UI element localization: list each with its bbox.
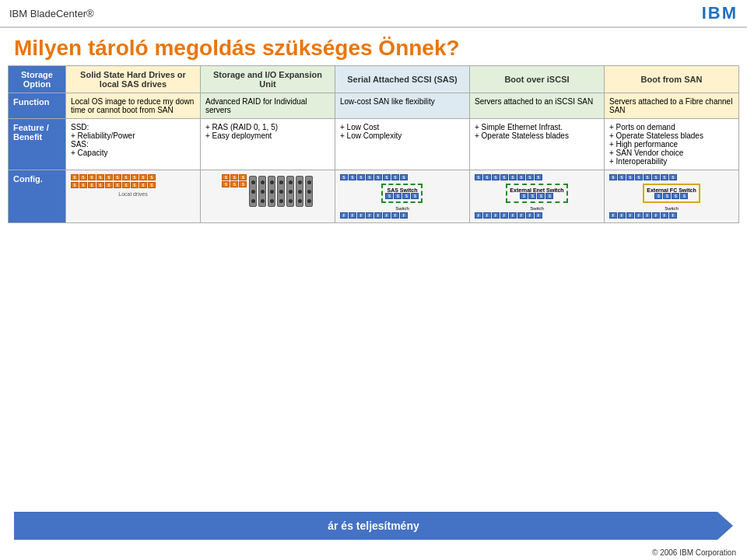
blade-s: S <box>139 174 147 180</box>
blade-f: F <box>400 212 408 219</box>
feature-serial: + Low Cost + Low Complexity <box>335 119 469 170</box>
blade-s: S <box>131 182 139 188</box>
blade-f: F <box>383 212 391 219</box>
blade-f: F <box>391 212 399 219</box>
blade-f: F <box>609 212 617 219</box>
blade-s: S <box>517 174 525 180</box>
config-ssd-label: Local drives <box>118 191 147 197</box>
footer: © 2006 IBM Corporation <box>652 548 736 557</box>
blade-s: S <box>669 174 677 180</box>
blade-f: F <box>635 212 643 219</box>
blade-s: S <box>483 174 491 180</box>
blade-s: S <box>383 174 391 180</box>
blade-s: S <box>114 182 121 188</box>
blade-s: S <box>96 174 104 180</box>
config-iscsi-inner: S S S S S S S S External Enet Switch S S <box>475 174 599 219</box>
blade-s: S <box>71 182 79 188</box>
bottom-area: ár és teljesítmény <box>0 506 747 543</box>
config-serial-inner: S S S S S S S S SAS Switch S S <box>340 174 465 219</box>
arrow-container: ár és teljesítmény <box>14 512 733 540</box>
switch-b: S <box>411 193 419 199</box>
copyright-text: © 2006 IBM Corporation <box>652 548 736 557</box>
blade-f: F <box>492 212 500 219</box>
blade-s: S <box>652 174 660 180</box>
blade-s: S <box>148 174 156 180</box>
header: IBM BladeCenter® IBM <box>0 0 747 28</box>
feature-ssd: SSD: + Reliability/Power SAS: + Capacity <box>65 119 200 170</box>
blade-f: F <box>535 212 542 219</box>
config-ssd-inner: S S S S S S S S S S S S S <box>71 174 195 197</box>
blade-s: S <box>357 174 365 180</box>
header-title: IBM BladeCenter® <box>9 8 94 19</box>
enet-switch-box: External Enet Switch S S S S <box>506 184 567 203</box>
blade-s: S <box>609 174 617 180</box>
blade-f: F <box>652 212 660 219</box>
enet-switch-label: External Enet Switch <box>510 187 563 193</box>
blade-s: S <box>475 174 482 180</box>
storage-diagram: S S S S S S <box>222 174 313 208</box>
arrow-text: ár és teljesítmény <box>328 520 419 532</box>
blade-f: F <box>626 212 634 219</box>
blade-s: S <box>88 174 96 180</box>
blade-s: S <box>239 174 247 180</box>
function-serial: Low-cost SAN like flexibility <box>335 93 469 119</box>
blade-f: F <box>526 212 534 219</box>
switch-b: S <box>394 193 402 199</box>
page-title: Milyen tároló megoldás szükséges Önnek? <box>14 36 733 61</box>
blade-f: F <box>661 212 668 219</box>
blade-f: F <box>644 212 651 219</box>
blades-row-serial-1: S S S S S S S S <box>340 174 465 180</box>
switch-b: S <box>385 193 393 199</box>
blade-f: F <box>509 212 517 219</box>
blade-f: F <box>517 212 525 219</box>
blades-row-iscsi-2: F F F F F F F F <box>475 212 599 219</box>
blades-row-ssd-1: S S S S S S S S S S <box>71 174 195 180</box>
function-storage: Advanced RAID for Individual servers <box>200 93 335 119</box>
switch-b: S <box>545 193 553 199</box>
blade-s: S <box>661 174 668 180</box>
blade-f: F <box>340 212 348 219</box>
blade-s: S <box>222 181 230 187</box>
blade-s: S <box>230 174 238 180</box>
san-switch-serial: SAS Switch S S S S <box>381 184 423 203</box>
function-ssd: Local OS image to reduce my down time or… <box>65 93 200 119</box>
blade-f: F <box>366 212 374 219</box>
blades-section: S S S S S S <box>222 174 247 187</box>
switch-rotated-label-2: Switch <box>530 206 544 211</box>
blade-s: S <box>500 174 508 180</box>
blade-s: S <box>230 181 238 187</box>
fc-switch-label: External FC Switch <box>647 187 696 193</box>
blade-f: F <box>349 212 356 219</box>
ibm-logo: IBM <box>702 3 738 23</box>
blade-s: S <box>366 174 374 180</box>
blades-row-ssd-2: S S S S S S S S S S <box>71 182 195 188</box>
fc-switch-row: S S S S <box>647 193 696 199</box>
blade-s: S <box>122 174 130 180</box>
disk-units-storage <box>249 176 313 207</box>
col-header-option: StorageOption <box>9 66 66 93</box>
switch-b: S <box>402 193 410 199</box>
row-header-function: Function <box>9 93 66 119</box>
san-switch-label: SAS Switch <box>385 187 419 193</box>
col-header-boot-iscsi: Boot over iSCSI <box>469 66 604 93</box>
switch-b: S <box>680 193 688 199</box>
feature-boot-san: + Ports on demand + Operate Stateless bl… <box>604 119 738 170</box>
blade-s: S <box>105 182 113 188</box>
arrow-shape: ár és teljesítmény <box>14 512 733 540</box>
blade-f: F <box>475 212 482 219</box>
blade-f: F <box>669 212 677 219</box>
config-boot-iscsi: S S S S S S S S External Enet Switch S S <box>469 170 604 223</box>
switch-b: S <box>654 193 662 199</box>
switch-rotated-label-3: Switch <box>665 206 679 211</box>
blade-s: S <box>340 174 348 180</box>
switch-row: S S S S <box>385 193 419 199</box>
blades-row-stor-2: S S S <box>222 181 247 187</box>
switch-rotated-label: Switch <box>395 206 409 211</box>
main-table: StorageOption Solid State Hard Drives or… <box>8 65 739 223</box>
switch-b: S <box>672 193 679 199</box>
blades-row-serial-2: F F F F F F F F <box>340 212 465 219</box>
row-header-config: Config. <box>9 170 66 223</box>
blades-row-san-2: F F F F F F F F <box>609 212 734 219</box>
blade-s: S <box>626 174 634 180</box>
col-header-storage: Storage and I/O Expansion Unit <box>200 66 335 93</box>
